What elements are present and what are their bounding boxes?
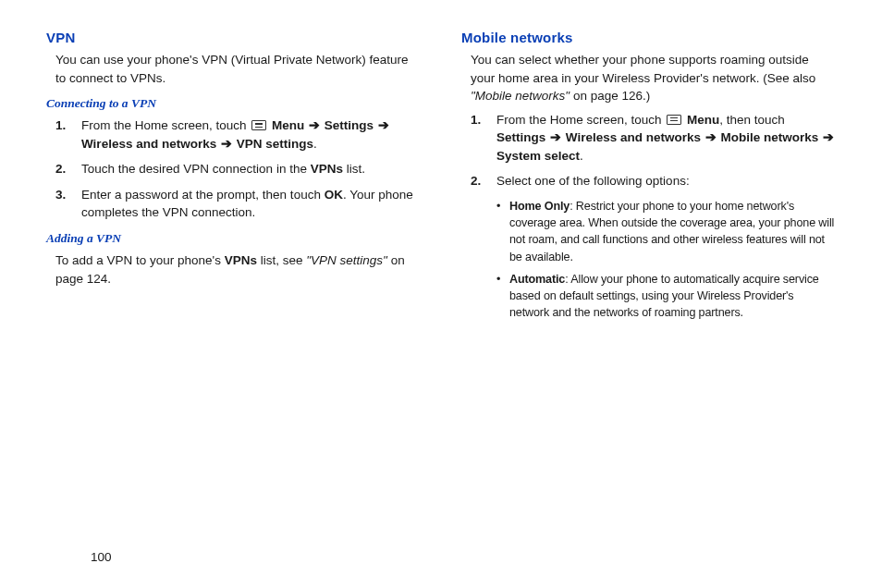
text-fragment: Touch the desired VPN connection in the bbox=[81, 162, 311, 176]
step-body: From the Home screen, touch Menu, then t… bbox=[496, 111, 836, 165]
option-name: Home Only bbox=[509, 200, 570, 213]
step-number: 1. bbox=[471, 111, 496, 165]
options-list: • Home Only: Restrict your phone to your… bbox=[496, 198, 836, 322]
bold-text: Mobile networks bbox=[717, 130, 822, 144]
arrow-icon: ➔ bbox=[309, 116, 320, 135]
bold-text: VPNs bbox=[311, 162, 343, 176]
bold-text: VPNs bbox=[225, 253, 257, 267]
text-fragment: From the Home screen, touch bbox=[496, 113, 665, 127]
step-body: From the Home screen, touch Menu ➔ Setti… bbox=[81, 116, 421, 153]
list-item: 2. Select one of the following options: bbox=[471, 172, 836, 190]
option-body: Automatic: Allow your phone to automatic… bbox=[509, 271, 836, 322]
step-number: 3. bbox=[55, 186, 81, 222]
step-number: 1. bbox=[55, 116, 81, 153]
adding-heading: Adding a VPN bbox=[46, 231, 421, 246]
mobile-networks-heading: Mobile networks bbox=[461, 30, 836, 45]
page-number: 100 bbox=[91, 550, 112, 564]
arrow-icon: ➔ bbox=[378, 116, 389, 135]
menu-icon bbox=[667, 115, 681, 125]
list-item: 1. From the Home screen, touch Menu, the… bbox=[471, 111, 836, 165]
text-fragment: Enter a password at the prompt, then tou… bbox=[81, 188, 325, 202]
menu-icon bbox=[251, 120, 266, 130]
bold-text: Menu bbox=[268, 118, 308, 132]
text-fragment: network and the networks of roaming part… bbox=[509, 306, 743, 319]
text-fragment: You can select whether your phone suppor… bbox=[471, 53, 815, 85]
bold-text: VPN settings bbox=[233, 137, 313, 151]
option-body: Home Only: Restrict your phone to your h… bbox=[509, 198, 836, 265]
vpn-intro-text: You can use your phone's VPN (Virtual Pr… bbox=[55, 51, 421, 87]
arrow-icon: ➔ bbox=[221, 135, 232, 153]
text-fragment: From the Home screen, touch bbox=[81, 118, 250, 132]
list-item: 1. From the Home screen, touch Menu ➔ Se… bbox=[55, 116, 421, 153]
italic-reference: "VPN settings" bbox=[306, 253, 387, 267]
bold-text: Settings bbox=[496, 130, 549, 144]
list-item: • Automatic: Allow your phone to automat… bbox=[496, 271, 836, 322]
step-body: Enter a password at the prompt, then tou… bbox=[81, 186, 421, 222]
arrow-icon: ➔ bbox=[705, 129, 717, 147]
bold-text: System select bbox=[496, 149, 580, 163]
bold-text: Settings bbox=[321, 118, 377, 132]
two-column-layout: VPN You can use your phone's VPN (Virtua… bbox=[46, 30, 836, 327]
bold-text: Wireless and networks bbox=[81, 137, 220, 151]
text-fragment: list. bbox=[343, 162, 365, 176]
step-body: Select one of the following options: bbox=[496, 172, 836, 190]
text-fragment: list, see bbox=[257, 253, 306, 267]
bullet-icon: • bbox=[496, 198, 509, 265]
arrow-icon: ➔ bbox=[550, 129, 561, 147]
right-column: Mobile networks You can select whether y… bbox=[461, 30, 836, 327]
connecting-steps: 1. From the Home screen, touch Menu ➔ Se… bbox=[55, 116, 421, 222]
text-fragment: , then touch bbox=[719, 113, 785, 127]
list-item: • Home Only: Restrict your phone to your… bbox=[496, 198, 836, 265]
bullet-icon: • bbox=[496, 271, 509, 322]
vpn-heading: VPN bbox=[46, 30, 421, 45]
period: . bbox=[580, 149, 583, 163]
text-fragment: your Wireless Provider's bbox=[672, 289, 794, 302]
bold-text: Wireless and networks bbox=[562, 130, 704, 144]
list-item: 2. Touch the desired VPN connection in t… bbox=[55, 160, 421, 178]
step-number: 2. bbox=[55, 160, 81, 178]
step-number: 2. bbox=[471, 172, 496, 190]
connecting-heading: Connecting to a VPN bbox=[46, 96, 421, 111]
italic-reference: "Mobile networks" bbox=[471, 89, 570, 103]
adding-text: To add a VPN to your phone's VPNs list, … bbox=[55, 251, 421, 288]
text-fragment: To add a VPN to your phone's bbox=[55, 253, 225, 267]
left-column: VPN You can use your phone's VPN (Virtua… bbox=[46, 30, 421, 327]
bold-text: Menu bbox=[683, 113, 719, 127]
arrow-icon: ➔ bbox=[823, 129, 834, 147]
text-fragment: on page 126.) bbox=[570, 89, 650, 103]
mobile-networks-steps: 1. From the Home screen, touch Menu, the… bbox=[471, 111, 836, 322]
step-body: Touch the desired VPN connection in the … bbox=[81, 160, 421, 178]
mobile-networks-intro: You can select whether your phone suppor… bbox=[471, 51, 836, 105]
bold-text: OK bbox=[325, 188, 343, 202]
period: . bbox=[313, 137, 317, 151]
option-name: Automatic bbox=[509, 273, 565, 286]
list-item: 3. Enter a password at the prompt, then … bbox=[55, 186, 421, 222]
